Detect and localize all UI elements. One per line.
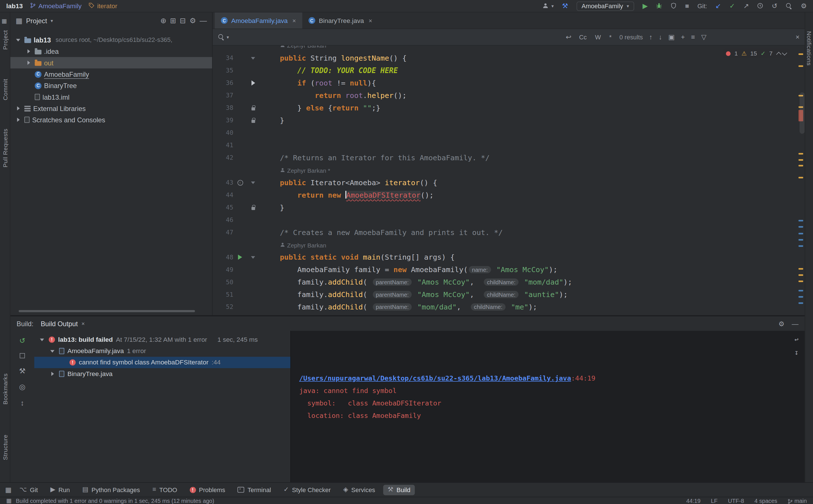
- search-everywhere-button[interactable]: [786, 3, 793, 9]
- chevron-down-icon[interactable]: ▾: [227, 35, 229, 40]
- tool-window-button-terminal[interactable]: Terminal: [233, 484, 276, 495]
- stripe-mark[interactable]: [799, 220, 803, 221]
- editor-line-51[interactable]: 51 family.addChild( parentName: "Amos Mc…: [212, 288, 805, 301]
- debug-button[interactable]: [656, 2, 662, 10]
- filter-icon[interactable]: ▽: [701, 34, 706, 40]
- project-stripe-icon[interactable]: ▦: [1, 18, 7, 24]
- tool-stripe-pull-requests[interactable]: Pull Requests: [2, 129, 8, 167]
- push-button[interactable]: ↗: [743, 3, 749, 9]
- rollback-button[interactable]: ↺: [772, 3, 777, 9]
- open-in-find-window-icon[interactable]: ▣: [668, 34, 675, 40]
- project-item-external-libraries[interactable]: External Libraries: [10, 103, 212, 114]
- stripe-mark[interactable]: [799, 54, 803, 55]
- coverage-button[interactable]: [671, 2, 677, 10]
- tool-window-button-git[interactable]: ⌥Git: [15, 484, 42, 495]
- build-row-binarytree-java[interactable]: BinaryTree.java: [34, 368, 290, 379]
- stripe-mark[interactable]: [799, 165, 803, 166]
- tool-window-button-problems[interactable]: !Problems: [185, 484, 230, 495]
- newline-icon[interactable]: ↩: [566, 34, 571, 40]
- editor-line-42[interactable]: 42 /* Returns an Iterator for this Amoeb…: [212, 151, 805, 164]
- expand-panel-icon[interactable]: ↕: [20, 399, 24, 407]
- run-configuration-select[interactable]: AmoebaFamily ▾: [577, 1, 634, 11]
- commit-button[interactable]: ✓: [729, 3, 735, 9]
- tab-binarytree-java[interactable]: CBinaryTree.java×: [302, 12, 378, 29]
- close-tab-icon[interactable]: ×: [292, 17, 296, 24]
- stripe-mark[interactable]: [799, 245, 803, 247]
- inspections-widget[interactable]: 1 ⚠ 15 ✓ 7: [723, 49, 790, 58]
- editor-line-40[interactable]: 40: [212, 127, 805, 139]
- scroll-to-end-icon[interactable]: ↧: [794, 349, 798, 356]
- git-branch-widget[interactable]: AmoebaFamily: [30, 2, 82, 10]
- tree-chevron-icon[interactable]: [25, 48, 32, 55]
- build-console[interactable]: ↩ ↧ /Users/nupuragarwal/Desktop/cs61b/su…: [290, 331, 805, 482]
- editor-line-49[interactable]: 49 AmoebaFamily family = new AmoebaFamil…: [212, 263, 805, 276]
- tool-window-button-build[interactable]: ⚒Build: [383, 484, 415, 495]
- editor-line-inlay[interactable]: Zephyr Barkan: [212, 46, 805, 52]
- tool-window-button-style-checker[interactable]: ✓Style Checker: [279, 484, 335, 495]
- stripe-mark[interactable]: [799, 274, 803, 276]
- next-occurrence-icon[interactable]: ↓: [659, 34, 662, 40]
- settings-gear-icon[interactable]: ⚙: [801, 3, 807, 9]
- soft-wrap-icon[interactable]: ↩: [794, 336, 798, 343]
- error-file-link[interactable]: /Users/nupuragarwal/Desktop/cs61b/su22-s…: [299, 374, 571, 382]
- build-row-lab13-build-failed[interactable]: !lab13: build failed At 7/15/22, 1:32 AM…: [34, 334, 290, 345]
- editor-line-47[interactable]: 47 /* Creates a new AmoebaFamily and pri…: [212, 226, 805, 238]
- caret-position[interactable]: 44:19: [686, 497, 701, 504]
- tool-stripe-bookmarks[interactable]: Bookmarks: [2, 373, 8, 405]
- collapse-all-icon[interactable]: ⊟: [180, 17, 186, 24]
- whole-words-toggle[interactable]: W: [594, 33, 603, 41]
- editor-line-45[interactable]: 45 }: [212, 201, 805, 214]
- stripe-mark[interactable]: [799, 233, 803, 234]
- close-tab-icon[interactable]: ×: [368, 17, 372, 24]
- tool-window-button-todo[interactable]: ≡TODO: [148, 484, 182, 495]
- hide-panel-icon[interactable]: —: [200, 17, 207, 24]
- regex-toggle[interactable]: *: [608, 33, 613, 41]
- editor-line-34[interactable]: 34 public String longestName() {: [212, 52, 805, 64]
- tree-chevron-icon[interactable]: [14, 36, 22, 44]
- code-editor[interactable]: Zephyr Barkan34 public String longestNam…: [212, 46, 805, 315]
- project-item-idea[interactable]: .idea: [10, 46, 212, 57]
- stripe-mark[interactable]: [799, 239, 803, 240]
- run-button[interactable]: ▶: [643, 3, 648, 9]
- build-settings-icon[interactable]: ⚒: [19, 367, 25, 375]
- run-main-icon[interactable]: [238, 255, 242, 260]
- tool-window-switcher-icon[interactable]: ▦: [5, 486, 12, 493]
- editor-line-43[interactable]: 43↑ public Iterator<Amoeba> iterator() {: [212, 176, 805, 189]
- tree-chevron-icon[interactable]: [14, 116, 22, 123]
- settings-gear-icon[interactable]: ⚙: [189, 17, 196, 24]
- indent-setting[interactable]: 4 spaces: [754, 497, 777, 504]
- rerun-build-icon[interactable]: ↺: [19, 337, 25, 344]
- chevron-down-icon[interactable]: ▾: [51, 18, 53, 23]
- next-problem-icon[interactable]: [782, 50, 787, 55]
- stripe-mark[interactable]: [799, 159, 803, 161]
- tool-stripe-notifications[interactable]: Notifications: [806, 31, 812, 66]
- previous-occurrence-icon[interactable]: ↑: [649, 34, 653, 40]
- stripe-mark[interactable]: [799, 153, 803, 154]
- file-encoding[interactable]: UTF-8: [728, 497, 744, 504]
- editor-line-37[interactable]: 37 return root.helper();: [212, 89, 805, 102]
- perspective-icon[interactable]: ▦: [6, 498, 12, 503]
- git-tag-widget[interactable]: iterator: [89, 2, 118, 10]
- tool-window-button-python-packages[interactable]: ▤Python Packages: [78, 484, 145, 495]
- line-separator[interactable]: LF: [711, 497, 718, 504]
- tool-stripe-project[interactable]: Project: [2, 30, 8, 50]
- build-row-amoebafamily-java[interactable]: AmoebaFamily.java 1 error: [34, 345, 290, 357]
- stripe-mark[interactable]: [799, 290, 803, 291]
- editor-line-36[interactable]: 36 if (root != null){: [212, 77, 805, 89]
- project-item-binarytree[interactable]: CBinaryTree: [10, 80, 212, 91]
- stripe-mark[interactable]: [799, 226, 803, 227]
- fold-region-icon[interactable]: [251, 256, 255, 259]
- stripe-mark[interactable]: [799, 302, 803, 304]
- tab-build-output[interactable]: Build Output ×: [41, 320, 85, 327]
- close-icon[interactable]: ×: [82, 321, 85, 326]
- override-method-icon[interactable]: ↑: [237, 180, 243, 185]
- stripe-mark[interactable]: [799, 268, 803, 270]
- editor-line-38[interactable]: 38 } else {return "";}: [212, 102, 805, 114]
- user-account-button[interactable]: ▾: [543, 2, 554, 10]
- project-item-lab13-iml[interactable]: lab13.iml: [10, 91, 212, 102]
- tree-chevron-icon[interactable]: [14, 105, 22, 112]
- close-search-icon[interactable]: ×: [796, 34, 800, 40]
- fold-region-icon[interactable]: [251, 57, 255, 59]
- settings-gear-icon[interactable]: ⚙: [778, 320, 784, 327]
- ide-tools-icon[interactable]: ⚒: [562, 3, 568, 9]
